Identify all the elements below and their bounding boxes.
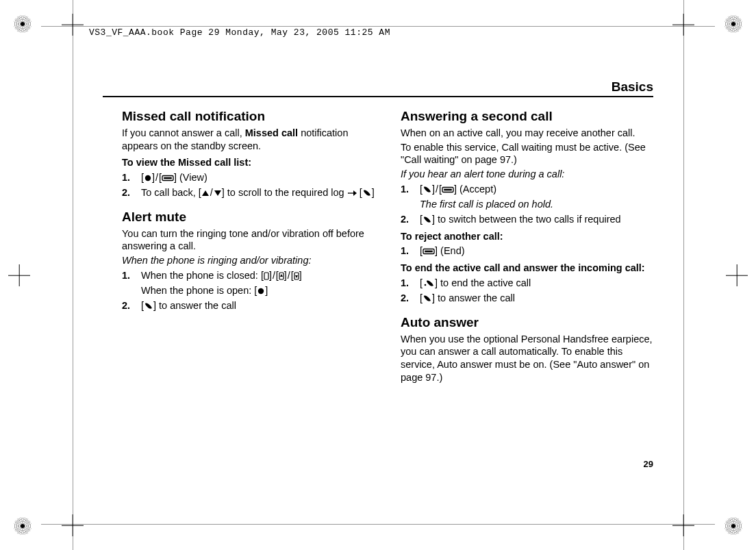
svg-marker-6 — [353, 190, 357, 196]
file-header: VS3_VF_AAA.book Page 29 Monday, May 23, … — [89, 27, 390, 38]
registration-cross-icon — [672, 514, 694, 536]
body-text: To enable this service, Call waiting mus… — [401, 141, 653, 167]
volume-up-key-icon — [279, 272, 284, 280]
text-columns: Missed call notification If you cannot a… — [122, 108, 653, 386]
list-item: 1. When the phone is closed: [] / [] / [… — [141, 269, 375, 282]
column-right: Answering a second call When on an activ… — [401, 108, 653, 386]
heading-auto-answer: Auto answer — [401, 314, 653, 332]
body-text: If you cannot answer a call, Missed call… — [122, 127, 375, 153]
list-item: 1. [] (End) — [420, 245, 653, 258]
registration-cross-icon — [726, 264, 748, 286]
svg-rect-7 — [264, 273, 268, 279]
registration-cross-icon — [672, 14, 694, 36]
page-content: VS3_VF_AAA.book Page 29 Monday, May 23, … — [103, 68, 653, 482]
send-key-icon — [144, 302, 153, 310]
send-key-icon — [423, 186, 432, 194]
step-list: 1. [] (End) — [401, 245, 653, 258]
section-title: Basics — [612, 79, 653, 95]
step-list: 2. [] to switch between the two calls if… — [401, 213, 653, 226]
softkey-icon — [162, 174, 174, 182]
body-text: When you use the optional Personal Hands… — [401, 333, 653, 384]
crop-mark-icon — [14, 15, 32, 33]
svg-point-17 — [425, 284, 427, 286]
step-list: 1. [] to end the active call 2. [] to an… — [401, 277, 653, 305]
arrow-right-icon — [347, 189, 357, 197]
end-key-icon — [423, 279, 435, 288]
svg-point-0 — [145, 175, 151, 181]
body-text: When the phone is ringing and/or vibrati… — [122, 254, 375, 267]
registration-cross-icon — [8, 264, 30, 286]
crop-mark-icon — [724, 15, 742, 33]
body-text: You can turn the ringing tone and/or vib… — [122, 227, 375, 253]
column-left: Missed call notification If you cannot a… — [122, 108, 375, 386]
list-item: 2. To call back, [ / ] to scroll to the … — [141, 186, 375, 199]
title-rule — [103, 96, 653, 97]
body-text: The first call is placed on hold. — [401, 198, 653, 211]
svg-rect-2 — [164, 177, 172, 179]
step-list: 2. [] to answer the call — [122, 299, 375, 312]
subheading: To end the active call and answer the in… — [401, 262, 653, 275]
heading-missed-call: Missed call notification — [122, 108, 375, 125]
list-item: 1. [] / [] (View) — [141, 171, 375, 184]
svg-rect-16 — [425, 251, 433, 253]
softkey-icon — [423, 247, 435, 255]
centre-key-icon — [144, 174, 152, 182]
softkey-icon — [442, 186, 454, 194]
subheading: To reject another call: — [401, 230, 653, 243]
centre-key-icon — [257, 287, 265, 295]
hairline-rule — [41, 524, 715, 525]
list-item: 1. [] to end the active call — [420, 277, 653, 290]
crop-mark-icon — [14, 517, 32, 535]
svg-rect-14 — [444, 189, 452, 191]
list-item: 2. [] to answer the call — [420, 292, 653, 305]
svg-marker-3 — [202, 190, 209, 196]
hairline-rule — [683, 0, 684, 550]
list-item: 1. [] / [] (Accept) — [420, 183, 653, 196]
send-key-icon — [423, 295, 432, 303]
step-list: 1. [] / [] (Accept) — [401, 183, 653, 196]
side-key-icon — [264, 272, 269, 280]
volume-down-key-icon — [294, 272, 299, 280]
nav-down-icon — [214, 189, 222, 197]
heading-alert-mute: Alert mute — [122, 209, 375, 226]
list-item: 2. [] to switch between the two calls if… — [420, 213, 653, 226]
svg-marker-4 — [214, 190, 221, 196]
page-number: 29 — [644, 459, 653, 469]
subheading: To view the Missed call list: — [122, 156, 375, 169]
body-text: If you hear an alert tone during a call: — [401, 168, 653, 181]
crop-mark-icon — [724, 517, 742, 535]
svg-marker-11 — [295, 275, 298, 278]
hairline-rule — [41, 26, 715, 27]
send-key-icon — [362, 189, 372, 197]
nav-up-icon — [201, 189, 210, 197]
step-list: 1. When the phone is closed: [] / [] / [… — [122, 269, 375, 282]
list-item: 2. [] to answer the call — [141, 299, 375, 312]
heading-second-call: Answering a second call — [401, 108, 653, 125]
hairline-rule — [73, 0, 73, 550]
svg-point-12 — [258, 288, 264, 294]
send-key-icon — [423, 216, 432, 224]
svg-marker-9 — [280, 274, 283, 277]
body-text: When on an active call, you may receive … — [401, 127, 653, 140]
body-text: When the phone is open: [] — [122, 284, 375, 297]
step-list: 1. [] / [] (View) 2. To call back, [ / ]… — [122, 171, 375, 199]
